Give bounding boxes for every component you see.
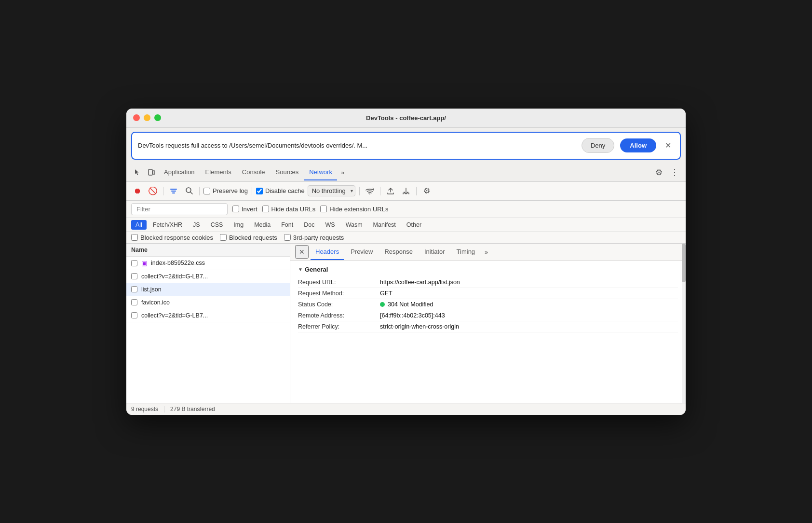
- file-name-collect2: collect?v=2&tid=G-LB7...: [141, 312, 208, 319]
- detail-more-tabs-button[interactable]: »: [482, 247, 491, 258]
- type-filter-wasm[interactable]: Wasm: [341, 220, 367, 230]
- type-filter-all[interactable]: All: [131, 220, 147, 230]
- detail-row-remote-address: Remote Address: [64:ff9b::4b02:3c05]:443: [298, 310, 678, 321]
- disable-cache-checkbox[interactable]: [256, 188, 263, 194]
- type-filter-js[interactable]: JS: [189, 220, 204, 230]
- hide-data-urls-label[interactable]: Hide data URLs: [262, 206, 316, 213]
- throttle-select[interactable]: No throttling: [308, 185, 355, 196]
- toolbar-separator-3: [252, 187, 252, 195]
- type-filter-css[interactable]: CSS: [206, 220, 228, 230]
- file-checkbox-css[interactable]: [131, 260, 137, 266]
- tab-network[interactable]: Network: [304, 165, 337, 180]
- blocked-row: Blocked response cookies Blocked request…: [126, 232, 686, 244]
- window-title: DevTools - coffee-cart.app/: [366, 114, 446, 122]
- clear-button[interactable]: 🚫: [147, 185, 159, 197]
- filter-icon[interactable]: [167, 185, 180, 197]
- blocked-cookies-checkbox[interactable]: [131, 234, 138, 241]
- type-filter-other[interactable]: Other: [402, 220, 426, 230]
- detail-tab-response[interactable]: Response: [379, 244, 418, 260]
- type-filter-img[interactable]: Img: [229, 220, 248, 230]
- blocked-cookies-label[interactable]: Blocked response cookies: [131, 234, 213, 241]
- type-filter-media[interactable]: Media: [250, 220, 275, 230]
- type-filter-manifest[interactable]: Manifest: [369, 220, 400, 230]
- detail-tab-headers[interactable]: Headers: [311, 244, 344, 260]
- type-filter-font[interactable]: Font: [277, 220, 298, 230]
- file-checkbox-collect1[interactable]: [131, 273, 137, 279]
- throttle-wrapper: No throttling ▾: [308, 185, 355, 196]
- invert-label[interactable]: Invert: [232, 206, 257, 213]
- detail-tab-initiator[interactable]: Initiator: [420, 244, 450, 260]
- scrollbar-thumb[interactable]: [682, 244, 686, 282]
- blocked-requests-label[interactable]: Blocked requests: [220, 234, 277, 241]
- detail-row-referrer-policy: Referrer Policy: strict-origin-when-cros…: [298, 321, 678, 332]
- disable-cache-label[interactable]: Disable cache: [256, 187, 305, 194]
- type-filter-doc[interactable]: Doc: [299, 220, 319, 230]
- search-icon[interactable]: [183, 185, 195, 197]
- more-tabs-button[interactable]: »: [338, 167, 347, 178]
- settings-icon[interactable]: ⚙: [651, 165, 666, 179]
- detail-row-status: Status Code: 304 Not Modified: [298, 299, 678, 310]
- toolbar-separator-5: [380, 187, 380, 195]
- hide-ext-urls-label[interactable]: Hide extension URLs: [320, 206, 388, 213]
- devtools-tabs: Application Elements Console Sources Net…: [126, 164, 686, 182]
- svg-rect-1: [153, 171, 155, 174]
- svg-point-4: [369, 193, 370, 194]
- hide-ext-urls-checkbox[interactable]: [320, 206, 327, 212]
- third-party-label[interactable]: 3rd-party requests: [284, 234, 344, 241]
- preserve-log-label[interactable]: Preserve log: [203, 187, 248, 194]
- filter-input[interactable]: [131, 203, 228, 215]
- tab-console[interactable]: Console: [237, 165, 270, 180]
- file-item-list-json[interactable]: list.json: [126, 283, 290, 296]
- file-list: Name ▣ index-b859522e.css collect?v=2&ti…: [126, 244, 290, 403]
- file-item-favicon[interactable]: favicon.ico: [126, 296, 290, 309]
- file-checkbox-list-json[interactable]: [131, 286, 137, 292]
- type-filter-ws[interactable]: WS: [321, 220, 339, 230]
- preserve-log-checkbox[interactable]: [203, 188, 210, 194]
- detail-close-button[interactable]: ✕: [295, 245, 309, 259]
- detail-tab-timing[interactable]: Timing: [452, 244, 480, 260]
- file-checkbox-favicon[interactable]: [131, 299, 137, 305]
- main-area: Name ▣ index-b859522e.css collect?v=2&ti…: [126, 244, 686, 403]
- section-title-general: ▼ General: [298, 266, 678, 273]
- permission-close-button[interactable]: ✕: [662, 139, 674, 152]
- network-settings-icon[interactable]: ⚙: [420, 185, 433, 197]
- download-icon[interactable]: [400, 185, 412, 197]
- upload-icon[interactable]: [384, 185, 397, 197]
- minimize-button[interactable]: [144, 114, 150, 121]
- hide-data-urls-checkbox[interactable]: [262, 206, 269, 212]
- permission-bar: DevTools requests full access to /Users/…: [131, 132, 681, 160]
- blocked-requests-checkbox[interactable]: [220, 234, 227, 241]
- close-button[interactable]: [133, 114, 140, 121]
- record-button[interactable]: ⏺: [131, 185, 144, 197]
- footer-transferred: 279 B transferred: [170, 406, 215, 413]
- cursor-icon[interactable]: [130, 165, 144, 179]
- third-party-checkbox[interactable]: [284, 234, 291, 241]
- triangle-icon: ▼: [298, 267, 303, 272]
- scrollbar-track[interactable]: [682, 244, 686, 403]
- detail-row-url: Request URL: https://coffee-cart.app/lis…: [298, 277, 678, 288]
- invert-checkbox[interactable]: [232, 206, 239, 212]
- device-icon[interactable]: [145, 165, 158, 179]
- file-item-collect1[interactable]: collect?v=2&tid=G-LB7...: [126, 270, 290, 283]
- file-item-css[interactable]: ▣ index-b859522e.css: [126, 257, 290, 270]
- status-dot-green: [380, 302, 385, 307]
- maximize-button[interactable]: [154, 114, 161, 121]
- tab-application[interactable]: Application: [159, 165, 200, 180]
- tab-elements[interactable]: Elements: [201, 165, 236, 180]
- deny-button[interactable]: Deny: [582, 138, 614, 153]
- detail-row-method: Request Method: GET: [298, 288, 678, 299]
- filter-row: Invert Hide data URLs Hide extension URL…: [126, 201, 686, 218]
- detail-tab-preview[interactable]: Preview: [346, 244, 378, 260]
- tab-sources[interactable]: Sources: [271, 165, 304, 180]
- file-item-collect2[interactable]: collect?v=2&tid=G-LB7...: [126, 309, 290, 322]
- wifi-icon[interactable]: [364, 185, 376, 197]
- footer-separator: [164, 406, 164, 413]
- allow-button[interactable]: Allow: [620, 138, 656, 152]
- detail-content: ▼ General Request URL: https://coffee-ca…: [290, 261, 686, 341]
- file-name-favicon: favicon.ico: [141, 299, 170, 306]
- menu-icon[interactable]: ⋮: [667, 165, 682, 179]
- type-filter-fetch-xhr[interactable]: Fetch/XHR: [149, 220, 187, 230]
- devtools-window: DevTools - coffee-cart.app/ DevTools req…: [126, 109, 686, 415]
- file-checkbox-collect2[interactable]: [131, 312, 137, 318]
- detail-tabs: ✕ Headers Preview Response Initiator Tim…: [290, 244, 686, 261]
